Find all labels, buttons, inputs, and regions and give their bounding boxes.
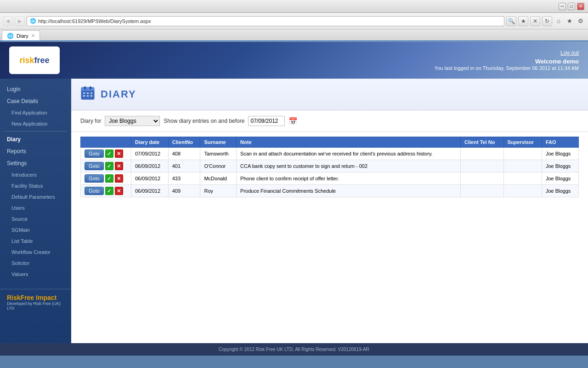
tick-button[interactable]: ✓ [105,162,113,170]
fao-cell: Joe Bloggs [542,172,578,185]
diary-icon [80,86,95,103]
home-icon[interactable]: ⌂ [554,17,563,26]
supervisor-cell [503,185,542,197]
settings-icon[interactable]: ⚙ [576,17,585,26]
sidebar-item-sgmain[interactable]: SGMain [0,224,71,236]
sidebar-item-diary[interactable]: Diary [0,133,71,145]
url-input[interactable] [38,18,501,24]
sidebar-item-facility-status[interactable]: Facility Status [0,180,71,191]
supervisor-cell [503,148,542,160]
diary-for-label: Diary for [80,118,101,124]
nav-bar: ◄ ► 🌐 🔍 ★ ✕ ↻ ⌂ ★ ⚙ [0,13,588,29]
surname-cell: Tamsworth [200,148,237,160]
goto-button[interactable]: Goto [85,150,104,158]
logout-link[interactable]: Log out [435,50,579,56]
note-cell: CCA bank copy sent to customer to sign a… [237,160,461,172]
diary-date-cell: 07/09/2012 [131,148,169,160]
supervisor-cell [503,172,542,185]
table-row: Goto ✓ ✕ 06/09/2012 409 Roy Produce Fina… [81,185,579,197]
address-bar: 🌐 [27,16,504,26]
goto-button[interactable]: Goto [85,162,104,170]
copyright-text: Copyright © 2012 Risk Free UK LTD, All R… [219,347,369,352]
sidebar-item-valuers[interactable]: Valuers [0,269,71,280]
cross-button[interactable]: ✕ [115,150,123,158]
show-label: Show diary entries on and before [164,118,244,124]
brand-name: RiskFree Impact [7,294,64,301]
sidebar-item-introducers[interactable]: Introducers [0,169,71,180]
client-tel-cell [461,172,503,185]
cross-button[interactable]: ✕ [115,162,123,170]
main-layout: Login Case Details Find Application New … [0,79,588,343]
close-btn[interactable]: ✕ [577,3,584,10]
favorites-icon[interactable]: ★ [565,17,574,26]
app-container: riskfree Log out Welcome demo You last l… [0,42,588,356]
diary-controls: Diary for Joe Bloggs Show diary entries … [71,110,588,132]
calendar-icon[interactable]: 📅 [288,117,298,126]
sidebar-item-settings[interactable]: Settings [0,157,71,169]
diary-date-cell: 06/09/2012 [131,185,169,197]
welcome-text: Welcome demo [535,58,579,65]
fao-cell: Joe Bloggs [542,185,578,197]
note-cell: Scan in and attach documentation we've r… [237,148,461,160]
tick-button[interactable]: ✓ [105,174,113,183]
brand-risk: Risk [7,294,21,301]
svg-rect-3 [90,86,91,89]
sidebar-item-login[interactable]: Login [0,83,71,95]
logo-risk: risk [19,56,34,65]
diary-table: Diary date ClientNo Surname Note Client … [80,137,579,197]
surname-cell: McDonald [200,172,237,185]
favorites-btn[interactable]: ★ [518,16,528,26]
col-client-tel-no: Client Tel No [461,137,503,148]
client-no-cell: 408 [168,148,200,160]
forward-button[interactable]: ► [15,16,25,26]
sidebar-divider-1 [5,131,67,132]
goto-button[interactable]: Goto [85,187,104,195]
col-client-no: ClientNo [168,137,200,148]
tab-icon: 🌐 [7,33,14,39]
surname-cell: Roy [200,185,237,197]
note-cell: Phone client to confirm receipt of offer… [237,172,461,185]
svg-rect-7 [90,92,92,94]
sidebar-item-workflow-creator[interactable]: Workflow Creator [0,247,71,258]
logo-free: free [34,56,50,65]
client-tel-cell [461,185,503,197]
tab-title: Diary [17,33,28,39]
search-btn[interactable]: 🔍 [506,16,516,26]
sidebar-item-find-application[interactable]: Find Application [0,107,71,118]
sidebar-item-case-details[interactable]: Case Details [0,95,71,107]
svg-rect-10 [90,95,92,97]
action-cell: Goto ✓ ✕ [81,172,131,185]
sidebar-item-solicitor[interactable]: Solicitor [0,258,71,269]
browser-tab[interactable]: 🌐 Diary ✕ [2,30,40,40]
cross-button[interactable]: ✕ [115,174,123,183]
browser-chrome: ─ □ ✕ ◄ ► 🌐 🔍 ★ ✕ ↻ ⌂ ★ ⚙ 🌐 Diary ✕ [0,0,588,42]
fao-cell: Joe Bloggs [542,148,578,160]
sidebar-item-new-application[interactable]: New Application [0,118,71,129]
maximize-btn[interactable]: □ [568,3,575,10]
diary-date-input[interactable] [248,116,285,126]
sidebar-item-source[interactable]: Source [0,213,71,224]
action-cell: Goto ✓ ✕ [81,148,131,160]
stop-btn[interactable]: ✕ [530,16,540,26]
refresh-btn[interactable]: ↻ [542,16,552,26]
goto-button[interactable]: Goto [85,174,104,183]
diary-for-select[interactable]: Joe Bloggs [105,116,160,126]
sidebar-item-default-parameters[interactable]: Default Parameters [0,191,71,202]
cross-button[interactable]: ✕ [115,187,123,195]
client-no-cell: 409 [168,185,200,197]
sidebar-item-reports[interactable]: Reports [0,145,71,157]
sidebar-item-users[interactable]: Users [0,202,71,213]
sidebar-brand: RiskFree Impact Developed by Risk Free (… [0,289,71,315]
header-right: Log out Welcome demo You last logged in … [435,50,579,71]
col-supervisor: Supervisor [503,137,542,148]
tick-button[interactable]: ✓ [105,150,113,158]
title-bar: ─ □ ✕ [0,0,588,13]
client-no-cell: 433 [168,172,200,185]
tab-close-btn[interactable]: ✕ [31,33,35,38]
logo: riskfree [19,56,49,65]
minimize-btn[interactable]: ─ [559,3,566,10]
tick-button[interactable]: ✓ [105,187,113,195]
sidebar-item-list-table[interactable]: List Table [0,236,71,247]
address-icon: 🌐 [30,18,36,24]
back-button[interactable]: ◄ [3,16,13,26]
